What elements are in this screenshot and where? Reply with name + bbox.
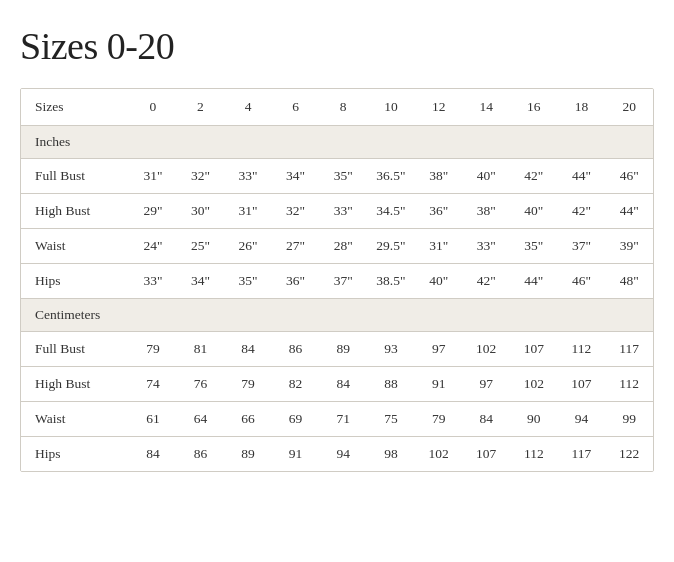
row-value: 64 (177, 402, 225, 437)
row-value: 79 (129, 332, 177, 367)
row-value: 29.5" (367, 229, 415, 264)
header-size-20: 20 (605, 89, 653, 126)
row-value: 91 (272, 437, 320, 472)
table-header-row: Sizes 02468101214161820 (21, 89, 653, 126)
row-label: Hips (21, 437, 129, 472)
row-value: 44" (605, 194, 653, 229)
row-value: 86 (177, 437, 225, 472)
row-value: 117 (558, 437, 606, 472)
row-value: 34" (177, 264, 225, 299)
row-value: 79 (224, 367, 272, 402)
row-value: 84 (319, 367, 367, 402)
row-value: 74 (129, 367, 177, 402)
row-value: 82 (272, 367, 320, 402)
section-label-centimeters: Centimeters (21, 299, 653, 332)
row-value: 79 (415, 402, 463, 437)
size-chart-table: Sizes 02468101214161820 InchesFull Bust3… (21, 89, 653, 471)
page-title: Sizes 0-20 (20, 24, 654, 68)
row-label: High Bust (21, 194, 129, 229)
row-value: 94 (558, 402, 606, 437)
row-value: 75 (367, 402, 415, 437)
row-value: 89 (224, 437, 272, 472)
row-value: 84 (462, 402, 510, 437)
row-value: 46" (605, 159, 653, 194)
row-value: 69 (272, 402, 320, 437)
row-value: 90 (510, 402, 558, 437)
row-value: 98 (367, 437, 415, 472)
row-label: Waist (21, 402, 129, 437)
row-value: 71 (319, 402, 367, 437)
table-row: Waist6164666971757984909499 (21, 402, 653, 437)
row-value: 107 (462, 437, 510, 472)
row-value: 93 (367, 332, 415, 367)
row-value: 76 (177, 367, 225, 402)
section-label-inches: Inches (21, 126, 653, 159)
table-row: High Bust7476798284889197102107112 (21, 367, 653, 402)
row-value: 94 (319, 437, 367, 472)
row-value: 48" (605, 264, 653, 299)
row-value: 26" (224, 229, 272, 264)
table-row: Full Bust31"32"33"34"35"36.5"38"40"42"44… (21, 159, 653, 194)
header-size-8: 8 (319, 89, 367, 126)
row-value: 84 (224, 332, 272, 367)
header-label: Sizes (21, 89, 129, 126)
header-size-2: 2 (177, 89, 225, 126)
row-value: 97 (415, 332, 463, 367)
row-value: 86 (272, 332, 320, 367)
row-label: Full Bust (21, 332, 129, 367)
row-value: 40" (462, 159, 510, 194)
row-value: 35" (224, 264, 272, 299)
row-value: 31" (415, 229, 463, 264)
row-value: 42" (510, 159, 558, 194)
row-value: 27" (272, 229, 320, 264)
row-value: 28" (319, 229, 367, 264)
row-value: 38" (462, 194, 510, 229)
row-value: 112 (510, 437, 558, 472)
header-size-0: 0 (129, 89, 177, 126)
table-row: Waist24"25"26"27"28"29.5"31"33"35"37"39" (21, 229, 653, 264)
row-value: 66 (224, 402, 272, 437)
section-header-inches: Inches (21, 126, 653, 159)
row-value: 32" (272, 194, 320, 229)
row-value: 33" (129, 264, 177, 299)
row-value: 36" (415, 194, 463, 229)
row-value: 34" (272, 159, 320, 194)
header-size-18: 18 (558, 89, 606, 126)
row-value: 24" (129, 229, 177, 264)
row-value: 84 (129, 437, 177, 472)
row-value: 25" (177, 229, 225, 264)
row-value: 36" (272, 264, 320, 299)
row-label: Hips (21, 264, 129, 299)
row-value: 38.5" (367, 264, 415, 299)
header-size-12: 12 (415, 89, 463, 126)
row-value: 44" (510, 264, 558, 299)
row-value: 32" (177, 159, 225, 194)
row-value: 102 (462, 332, 510, 367)
row-value: 33" (319, 194, 367, 229)
header-size-6: 6 (272, 89, 320, 126)
size-chart-table-wrapper: Sizes 02468101214161820 InchesFull Bust3… (20, 88, 654, 472)
row-value: 122 (605, 437, 653, 472)
row-value: 38" (415, 159, 463, 194)
table-row: Hips33"34"35"36"37"38.5"40"42"44"46"48" (21, 264, 653, 299)
table-row: Hips848689919498102107112117122 (21, 437, 653, 472)
row-value: 30" (177, 194, 225, 229)
row-value: 46" (558, 264, 606, 299)
header-size-4: 4 (224, 89, 272, 126)
row-value: 35" (319, 159, 367, 194)
row-value: 35" (510, 229, 558, 264)
row-value: 42" (462, 264, 510, 299)
row-value: 37" (319, 264, 367, 299)
section-header-centimeters: Centimeters (21, 299, 653, 332)
row-value: 81 (177, 332, 225, 367)
row-value: 31" (129, 159, 177, 194)
row-value: 102 (415, 437, 463, 472)
header-size-10: 10 (367, 89, 415, 126)
row-value: 107 (558, 367, 606, 402)
row-value: 91 (415, 367, 463, 402)
row-value: 31" (224, 194, 272, 229)
row-value: 42" (558, 194, 606, 229)
row-value: 99 (605, 402, 653, 437)
row-value: 89 (319, 332, 367, 367)
row-label: Waist (21, 229, 129, 264)
